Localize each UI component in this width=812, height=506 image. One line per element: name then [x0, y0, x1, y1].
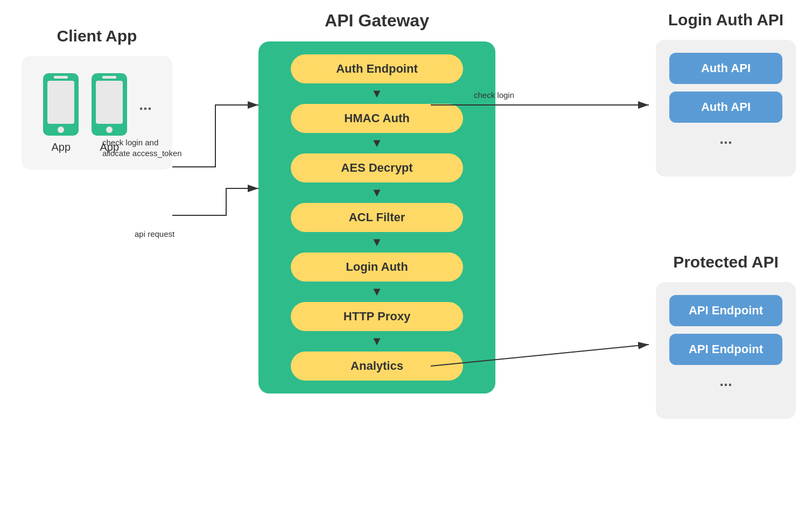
api-request-label: api request [135, 229, 175, 238]
arrow-down-4: ▼ [371, 236, 383, 248]
phone-icon-2 [90, 72, 128, 137]
client-app-ellipsis: ... [139, 96, 151, 130]
login-auth-ellipsis: ... [719, 130, 732, 164]
node-aes-decrypt: AES Decrypt [291, 153, 463, 182]
arrow-client-to-auth [172, 105, 258, 167]
api-endpoint-btn-2: API Endpoint [669, 334, 782, 365]
svg-rect-7 [102, 76, 116, 79]
client-app-box: App App ... [22, 56, 172, 170]
arrow-down-5: ▼ [371, 286, 383, 298]
phone-label-1: App [52, 141, 71, 153]
gateway-section: API Gateway Auth Endpoint ▼ HMAC Auth ▼ … [258, 11, 495, 393]
arrow-down-6: ▼ [371, 335, 383, 347]
client-app-section: Client App App App .. [22, 27, 172, 170]
protected-api-section: Protected API API Endpoint API Endpoint … [656, 253, 796, 419]
node-hmac-auth: HMAC Auth [291, 104, 463, 133]
login-auth-section: Login Auth API Auth API Auth API ... [656, 11, 796, 177]
arrow-down-3: ▼ [371, 187, 383, 199]
node-http-proxy: HTTP Proxy [291, 302, 463, 331]
svg-point-6 [106, 127, 113, 133]
auth-api-btn-1: Auth API [669, 53, 782, 84]
svg-rect-5 [96, 81, 123, 124]
gateway-box: Auth Endpoint ▼ HMAC Auth ▼ AES Decrypt … [258, 41, 495, 393]
svg-point-2 [58, 127, 64, 133]
login-auth-title: Login Auth API [656, 11, 796, 29]
arrow-client-to-hmac [172, 188, 258, 215]
protected-api-title: Protected API [656, 253, 796, 271]
phone-item-1: App [42, 72, 80, 153]
protected-api-box: API Endpoint API Endpoint ... [656, 282, 796, 419]
auth-api-btn-2: Auth API [669, 92, 782, 123]
api-endpoint-btn-1: API Endpoint [669, 295, 782, 326]
svg-rect-1 [47, 81, 74, 124]
arrow-down-2: ▼ [371, 137, 383, 149]
node-login-auth: Login Auth [291, 252, 463, 282]
gateway-title: API Gateway [258, 11, 495, 31]
diagram-container: Client App App App .. [0, 0, 812, 506]
node-acl-filter: ACL Filter [291, 203, 463, 232]
phone-icon-1 [42, 72, 80, 137]
svg-rect-3 [54, 76, 68, 79]
protected-api-ellipsis: ... [719, 373, 732, 406]
phone-label-2: App [100, 141, 120, 153]
node-auth-endpoint: Auth Endpoint [291, 54, 463, 83]
phone-item-2: App [90, 72, 128, 153]
client-app-title: Client App [22, 27, 172, 45]
arrow-down-1: ▼ [371, 88, 383, 100]
node-analytics: Analytics [291, 352, 463, 381]
login-auth-box: Auth API Auth API ... [656, 40, 796, 177]
